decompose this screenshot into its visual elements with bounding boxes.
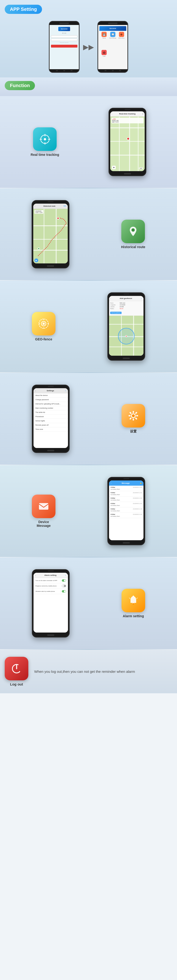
login-password-input[interactable] bbox=[51, 38, 77, 41]
menu-icons-grid: 💾 Backup 💬 Device Message bbox=[99, 31, 126, 68]
menu-phone: REACHFAR 💾 Backup 💬 bbox=[98, 21, 128, 73]
feature-row-5: DeviceMessage ‹ Message 🔔 bbox=[5, 472, 172, 550]
geo-icon bbox=[32, 312, 55, 336]
tracking-icon bbox=[33, 127, 56, 151]
alarm-phone-screen: ‹ Alarm setting ✓ Turn on the alarm remi… bbox=[34, 573, 68, 633]
settings-item-5[interactable]: Phonebook bbox=[34, 415, 68, 419]
msg-item-5[interactable]: V1S9al Low battery Alarm 2019/06/06 11:0… bbox=[109, 513, 143, 518]
login-phone: REACHFAR RF-V16 Remember login info bbox=[49, 21, 79, 73]
tracking-map: ‹ Real-time tracking ≡ bbox=[110, 111, 145, 171]
alarm-phone-wrapper: ‹ Alarm setting ✓ Turn on the alarm remi… bbox=[32, 569, 70, 638]
alarm-header: ‹ Alarm setting ✓ bbox=[34, 573, 68, 578]
message-phone: ‹ Message 🔔 V1S9al Low battery Alarm 201… bbox=[107, 477, 145, 545]
tracking-phone-wrapper: ‹ Real-time tracking ≡ bbox=[109, 108, 146, 176]
function-section-header: Function bbox=[0, 78, 177, 96]
menu-item-logout[interactable]: ⏻ Logout bbox=[100, 50, 108, 67]
historical-route-section: ‹ Historical route 播放 bbox=[0, 188, 177, 280]
alarm-icon-wrapper: Alarm setting bbox=[122, 589, 145, 618]
settings-item-1[interactable]: Change password bbox=[34, 398, 68, 402]
menu-item-message[interactable]: 💬 Device Message bbox=[109, 32, 117, 49]
logout-icon-wrapper: Log out bbox=[5, 657, 28, 686]
hist-phone: ‹ Historical route 播放 bbox=[32, 200, 69, 268]
logout-svg bbox=[10, 662, 23, 675]
settings-item-6[interactable]: Sensor lights bbox=[34, 419, 68, 423]
tracking-map-body: 地图 ⊕ ● GPS 精准度: 很好 速度: 0 km/h bbox=[110, 116, 145, 171]
settings-item-3[interactable]: Main monitoring number bbox=[34, 406, 68, 410]
menu-header: REACHFAR bbox=[99, 26, 126, 31]
hist-label: Historical route bbox=[121, 245, 145, 249]
menu-screen: REACHFAR 💾 Backup 💬 bbox=[98, 25, 127, 69]
menu-item-backup[interactable]: 💾 Backup bbox=[100, 32, 108, 49]
alarm-label: Alarm setting bbox=[123, 614, 144, 618]
svg-line-21 bbox=[135, 418, 137, 419]
login-logo: REACHFAR bbox=[58, 27, 70, 31]
alarm-item-2[interactable]: Vibration alert by mobile phone bbox=[34, 589, 68, 594]
hist-icon bbox=[121, 220, 145, 243]
feature-row-1: Real time tracking ‹ Real-time tracking … bbox=[5, 103, 172, 181]
alarm-item-0[interactable]: Turn on the alarm reminder of APP bbox=[34, 578, 68, 583]
home-btn-6[interactable] bbox=[47, 635, 54, 636]
message-svg bbox=[37, 500, 50, 512]
message-phone-wrapper: ‹ Message 🔔 V1S9al Low battery Alarm 201… bbox=[107, 477, 145, 545]
msg-item-3[interactable]: V1S9al Low battery Alarm 2019/06/06 12:0… bbox=[109, 502, 143, 507]
settings-section: ‹ Settings ✓ About the device Change pas… bbox=[0, 373, 177, 465]
svg-line-20 bbox=[130, 412, 131, 414]
hist-icon-wrapper: Historical route bbox=[121, 220, 145, 249]
hist-phone-wrapper: ‹ Historical route 播放 bbox=[32, 200, 69, 268]
msg-item-1[interactable]: V1S9al Low battery Alarm 2019/06/06 13:3… bbox=[109, 491, 143, 496]
feature-row-2: ‹ Historical route 播放 bbox=[5, 196, 172, 273]
settings-item-7[interactable]: Remote power-off bbox=[34, 423, 68, 427]
msg-item-0[interactable]: V1S9al Low battery Alarm 2019/06/06 13:3… bbox=[109, 486, 143, 491]
home-btn-1[interactable] bbox=[124, 173, 131, 175]
toggle-1[interactable] bbox=[62, 585, 66, 587]
svg-line-23 bbox=[130, 418, 131, 419]
phone-notch-1 bbox=[60, 22, 69, 24]
geo-phone-wrapper: ‹ Add geofence ✓ Name: Sefio zone Longit bbox=[107, 293, 145, 361]
login-button[interactable] bbox=[51, 45, 77, 48]
settings-header: ‹ Settings ✓ bbox=[34, 388, 68, 393]
app-setting-section: APP Setting REACHFAR RF-V16 Remember log… bbox=[0, 0, 177, 78]
settings-item-2[interactable]: Interval for uploading GPS locati... bbox=[34, 402, 68, 406]
alarm-item-1[interactable]: Ringtone remind by mobile phone bbox=[34, 583, 68, 589]
settings-phone: ‹ Settings ✓ About the device Change pas… bbox=[32, 385, 70, 453]
toggle-2[interactable] bbox=[62, 590, 66, 592]
hist-map: ‹ Historical route 播放 bbox=[33, 204, 68, 263]
login-username-input[interactable] bbox=[51, 35, 77, 38]
home-btn-3[interactable] bbox=[123, 358, 130, 359]
msg-item-4[interactable]: V1S9al Low battery Alarm 2019/06/06 11:3… bbox=[109, 507, 143, 513]
svg-line-22 bbox=[135, 412, 137, 414]
settings-item-8[interactable]: Time zone bbox=[34, 427, 68, 431]
toggle-0[interactable] bbox=[62, 579, 66, 582]
device-message-section: DeviceMessage ‹ Message 🔔 bbox=[0, 465, 177, 557]
geo-svg bbox=[37, 318, 50, 330]
message-screen: ‹ Message 🔔 V1S9al Low battery Alarm 201… bbox=[109, 480, 143, 540]
alarm-section: ‹ Alarm setting ✓ Turn on the alarm remi… bbox=[0, 557, 177, 649]
msg-item-2[interactable]: V1S9al Low battery Alarm 2019/06/06 13:3… bbox=[109, 496, 143, 502]
tracking-phone-screen: ‹ Real-time tracking ≡ bbox=[110, 111, 145, 171]
logout-section: Log out When you log out,then you can no… bbox=[0, 650, 177, 693]
function-badge: Function bbox=[5, 81, 35, 90]
geo-fence-section: GEO-fence ‹ Add geofence ✓ bbox=[0, 281, 177, 372]
logout-label: Log out bbox=[10, 682, 23, 686]
message-header: ‹ Message 🔔 bbox=[109, 480, 143, 486]
hist-header: ‹ Historical route 播放 bbox=[33, 204, 68, 209]
home-btn-4[interactable] bbox=[47, 450, 54, 451]
home-btn-5[interactable] bbox=[123, 542, 130, 544]
svg-line-28 bbox=[129, 598, 130, 599]
login-screen: REACHFAR RF-V16 Remember login info bbox=[50, 25, 79, 69]
tracking-icon-wrapper: Real time tracking bbox=[31, 127, 59, 156]
settings-item-4[interactable]: The white list bbox=[34, 410, 68, 415]
svg-point-6 bbox=[132, 228, 135, 232]
route-svg bbox=[33, 209, 68, 263]
feature-row-3: GEO-fence ‹ Add geofence ✓ bbox=[5, 288, 172, 365]
phone-notch-2 bbox=[108, 22, 117, 24]
menu-item-admin[interactable]: ⚙ Admin setting bbox=[117, 32, 126, 49]
settings-label: 设置 bbox=[130, 430, 137, 434]
svg-rect-24 bbox=[39, 503, 48, 510]
geo-screen-header: ‹ Add geofence ✓ bbox=[109, 296, 143, 301]
svg-point-15 bbox=[132, 414, 135, 417]
home-btn-2[interactable] bbox=[47, 265, 54, 267]
svg-point-1 bbox=[43, 138, 46, 140]
settings-item-0[interactable]: About the device bbox=[34, 393, 68, 398]
alarm-svg bbox=[127, 594, 140, 607]
